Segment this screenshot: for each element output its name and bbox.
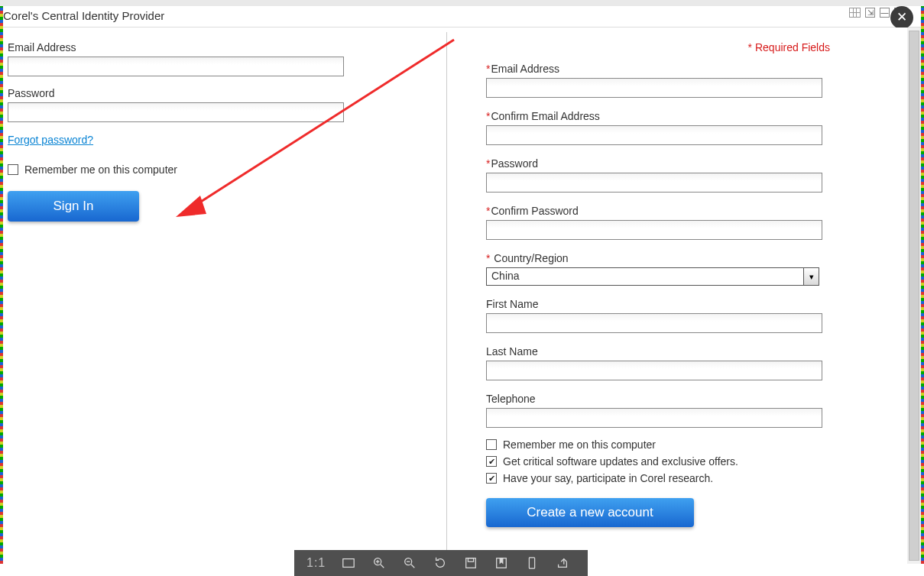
email-input[interactable] (8, 57, 344, 76)
topstrip (0, 0, 924, 6)
signin-button[interactable]: Sign In (8, 191, 139, 222)
reg-telephone-input[interactable] (486, 408, 822, 428)
password-label: Password (8, 87, 352, 99)
svg-rect-10 (466, 558, 476, 568)
chevron-down-icon: ▾ (803, 268, 819, 285)
rotate-icon[interactable] (433, 555, 448, 571)
content: Email Address Password Forgot password? … (3, 28, 907, 561)
reg-first-name-label: First Name (486, 298, 830, 310)
create-account-button[interactable]: Create a new account (486, 498, 694, 527)
required-fields-note: * Required Fields (748, 41, 830, 53)
zoom-in-icon[interactable] (371, 555, 387, 571)
signin-panel: Email Address Password Forgot password? … (8, 41, 352, 222)
reg-telephone-label: Telephone (486, 393, 830, 405)
reg-updates-label: Get critical software updates and exclus… (503, 455, 738, 468)
reg-country-value: China (491, 270, 520, 282)
reg-email-input[interactable] (486, 78, 822, 98)
register-panel: * Required Fields *Email Address *Confir… (486, 41, 830, 527)
zoom-ratio: 1:1 (306, 556, 326, 570)
reg-updates-checkbox[interactable] (486, 456, 497, 467)
save-icon[interactable] (463, 555, 478, 571)
reg-confirm-password-label: *Confirm Password (486, 205, 830, 217)
reg-password-input[interactable] (486, 173, 822, 193)
minimize-icon[interactable]: — (880, 8, 890, 18)
reg-remember-label: Remember me on this computer (503, 438, 656, 451)
reg-last-name-label: Last Name (486, 345, 830, 358)
viewer-toolbar: 1:1 (294, 550, 588, 576)
svg-marker-13 (500, 558, 503, 563)
reg-password-label: *Password (486, 157, 830, 170)
svg-rect-2 (343, 559, 354, 568)
reg-remember-checkbox[interactable] (486, 439, 497, 450)
close-button[interactable]: ✕ (890, 6, 913, 29)
reg-research-checkbox[interactable] (486, 473, 497, 484)
zoom-out-icon[interactable] (402, 555, 417, 571)
reg-email-label: *Email Address (486, 63, 830, 75)
email-label: Email Address (8, 41, 352, 53)
reg-confirm-password-input[interactable] (486, 220, 822, 240)
remember-label: Remember me on this computer (24, 163, 177, 176)
device-icon[interactable] (524, 555, 540, 571)
vertical-divider (446, 32, 447, 567)
password-input[interactable] (8, 102, 344, 122)
remember-checkbox[interactable] (8, 164, 18, 175)
reg-last-name-input[interactable] (486, 361, 822, 380)
reg-confirm-email-input[interactable] (486, 125, 822, 145)
view-grid-icon[interactable] (849, 8, 861, 18)
vertical-scrollbar[interactable] (907, 28, 921, 564)
register-options: Remember me on this computer Get critica… (486, 438, 830, 484)
scrollbar-thumb[interactable] (909, 31, 919, 561)
bookmark-icon[interactable] (494, 555, 509, 571)
fit-screen-icon[interactable] (341, 555, 356, 571)
titlebar: Corel's Central Identity Provider ⇲ — ˆ (3, 6, 921, 28)
forgot-password-link[interactable]: Forgot password? (8, 134, 93, 146)
collapse-icon[interactable]: ⇲ (865, 8, 875, 18)
reg-country-select[interactable]: China ▾ (486, 267, 819, 286)
reg-country-label: * Country/Region (486, 252, 830, 264)
svg-line-8 (411, 565, 415, 568)
share-icon[interactable] (555, 555, 570, 571)
reg-confirm-email-label: *Confirm Email Address (486, 110, 830, 122)
edge-right (921, 6, 924, 564)
reg-first-name-input[interactable] (486, 313, 822, 333)
svg-line-4 (381, 565, 384, 568)
svg-rect-14 (530, 558, 535, 568)
reg-research-label: Have your say, participate in Corel rese… (503, 472, 713, 484)
svg-rect-11 (468, 558, 474, 562)
window-title: Corel's Central Identity Provider (3, 9, 164, 22)
